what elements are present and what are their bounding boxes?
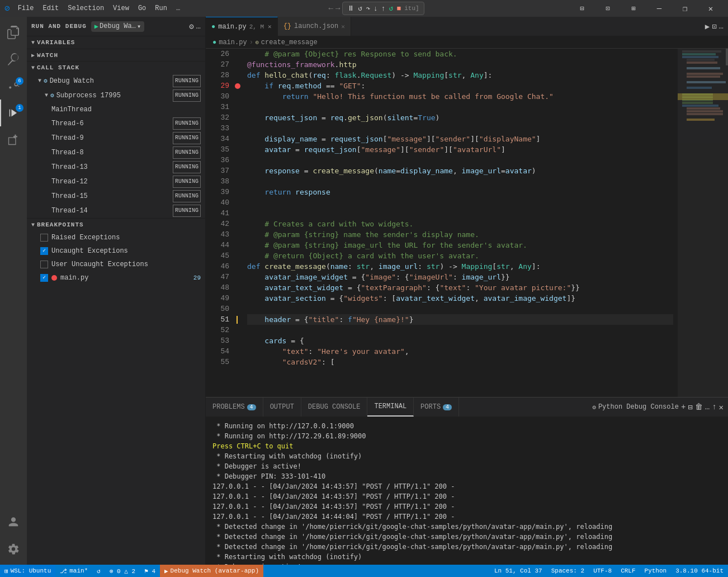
activity-item-settings[interactable] [0,536,27,562]
callstack-item-thread14[interactable]: Thread-14 RUNNING [27,204,205,218]
activity-item-search[interactable] [0,46,27,73]
debug-config-dropdown[interactable]: ▶ Debug Wa… ▾ [91,21,144,32]
menu-view[interactable]: View [110,3,133,13]
code-line-38 [247,176,673,187]
step-over-icon[interactable]: ↷ [365,4,371,13]
code-content[interactable]: # @param {Object} res Response to send b… [243,49,678,397]
watch-header[interactable]: ▶ WATCH [27,49,205,61]
git-branch[interactable]: ⎇ main* [55,565,92,577]
breakpoint-raised-exceptions[interactable]: Raised Exceptions [27,231,205,244]
activity-item-accounts[interactable] [0,509,27,536]
sync-status[interactable]: ↺ [92,565,105,577]
breakpoint-main-py[interactable]: ✓ main.py 29 [27,271,205,285]
errors-status[interactable]: ⊗ 0 △ 2 [105,565,140,577]
split-terminal-icon[interactable]: ⊟ [688,403,692,412]
code-line-30: return "Hello! This function must be cal… [247,91,673,102]
terminal-line: * Detected change in '/home/pierrick/git… [212,542,721,552]
menu-run[interactable]: Run [152,3,171,13]
more-icon[interactable]: … [196,22,201,31]
new-terminal-icon[interactable]: + [681,403,686,412]
wsl-status[interactable]: ⊞ WSL: Ubuntu [0,565,55,577]
eol-status[interactable]: CRLF [616,565,640,577]
menu-more[interactable]: … [173,3,183,13]
menu-file[interactable]: File [15,3,37,13]
encoding-status[interactable]: UTF-8 [589,565,616,577]
callstack-item-debug-watch[interactable]: ▼ ⚙ Debug Watch RUNNING [27,74,205,88]
layout-icon[interactable]: ⊟ [569,0,595,17]
terminal-line: * Restarting with watchdog (inotify) [212,552,721,562]
uncaught-exceptions-checkbox[interactable]: ✓ [40,247,48,255]
tab-close-icon2[interactable]: ✕ [341,23,345,30]
terminal-tab[interactable]: TERMINAL [367,398,414,417]
code-line-42: # Creates a card with two widgets. [247,219,673,229]
kill-terminal-icon[interactable]: 🗑 [695,403,703,412]
debug-status[interactable]: ⚑ 4 [140,565,160,577]
close-button[interactable]: ✕ [698,0,724,17]
callstack-item-thread6[interactable]: Thread-6 RUNNING [27,116,205,131]
panel-maximize-icon[interactable]: ↑ [712,403,716,412]
breakpoints-section: ▼ BREAKPOINTS Raised Exceptions ✓ Uncaug… [27,218,205,285]
activity-item-extensions[interactable] [0,126,27,153]
panel-close-icon[interactable]: ✕ [719,403,724,412]
maximize-button[interactable]: ❐ [672,0,698,17]
tab-bar: ● main.py 2, M ✕ {} launch.json ✕ ▶ ⊡ … [206,17,728,36]
menu-selection[interactable]: Selection [64,3,107,13]
menu-go[interactable]: Go [135,3,149,13]
callstack-item-mainthread[interactable]: MainThread [27,103,205,116]
main-py-count: 29 [193,272,201,283]
restart-icon[interactable]: ↺ [357,4,363,13]
problems-badge: 4 [247,404,256,410]
variables-header[interactable]: ▼ VARIABLES [27,36,205,49]
breakpoints-header[interactable]: ▼ BREAKPOINTS [27,219,205,231]
callstack-item-subprocess[interactable]: ▼ ⚙ Subprocess 17995 RUNNING [27,88,205,103]
step-into-icon[interactable]: ↓ [372,4,379,13]
breakpoint-user-uncaught[interactable]: User Uncaught Exceptions [27,258,205,271]
continue-icon[interactable]: ↺ [388,4,395,13]
user-uncaught-checkbox[interactable] [40,261,48,268]
nav-forward[interactable]: → [335,4,340,13]
callstack-item-thread9[interactable]: Thread-9 RUNNING [27,131,205,145]
language-status[interactable]: Python [640,565,672,577]
ports-tab[interactable]: PORTS 4 [414,398,459,417]
code-line-33 [247,123,673,134]
callstack-item-thread12[interactable]: Thread-12 RUNNING [27,174,205,189]
activity-item-explorer[interactable] [0,19,27,46]
minimize-button[interactable]: — [646,0,672,17]
callstack-header[interactable]: ▼ CALL STACK [27,62,205,74]
main-py-checkbox[interactable]: ✓ [40,274,48,282]
stop-icon[interactable]: ■ [395,4,402,13]
python-version-status[interactable]: 3.8.10 64-bit [671,565,728,577]
activity-item-run-debug[interactable]: 1 [0,100,27,126]
split-icon[interactable]: ⊡ [595,0,621,17]
breakpoint-uncaught-exceptions[interactable]: ✓ Uncaught Exceptions [27,244,205,258]
output-tab[interactable]: OUTPUT [263,398,301,417]
raised-exceptions-checkbox[interactable] [40,234,48,242]
gear-icon[interactable]: ⚙ [189,22,193,31]
callstack-item-thread8[interactable]: Thread-8 RUNNING [27,145,205,160]
nav-back[interactable]: ← [328,4,333,13]
main-py-tab[interactable]: ● main.py 2, M ✕ [206,17,278,36]
tab-close-icon[interactable]: ✕ [268,23,272,30]
launch-json-tab[interactable]: {} launch.json ✕ [278,17,351,36]
more-tab-actions[interactable]: … [719,22,724,31]
line-col-status[interactable]: Ln 51, Col 37 [490,565,547,577]
debug-console-tab[interactable]: DEBUG CONSOLE [301,398,368,417]
terminal-content[interactable]: * Running on http://127.0.0.1:9000 * Run… [206,417,728,565]
problems-tab[interactable]: PROBLEMS 4 [206,398,263,417]
debug-toolbar: ⏸ ↺ ↷ ↓ ↑ ↺ ■ itu] [342,2,424,15]
split-editor-icon[interactable]: ⊡ [712,22,716,31]
spaces-status[interactable]: Spaces: 2 [547,565,589,577]
more-terminal-icon[interactable]: … [705,403,710,412]
breadcrumb-separator: › [249,39,253,46]
menu-edit[interactable]: Edit [39,3,62,13]
breadcrumb-symbol[interactable]: create_message [261,39,318,46]
callstack-item-thread15[interactable]: Thread-15 RUNNING [27,189,205,204]
activity-item-source-control[interactable]: 6 [0,73,27,100]
pause-icon[interactable]: ⏸ [346,4,356,13]
breadcrumb-file[interactable]: main.py [219,39,247,46]
run-icon[interactable]: ▶ [705,22,710,31]
debug-watch-status-bar[interactable]: ▶ Debug Watch (avatar-app) [160,565,263,577]
callstack-item-thread13[interactable]: Thread-13 RUNNING [27,160,205,174]
panel-layout-icon[interactable]: ⊞ [621,0,646,17]
step-out-icon[interactable]: ↑ [380,4,387,13]
